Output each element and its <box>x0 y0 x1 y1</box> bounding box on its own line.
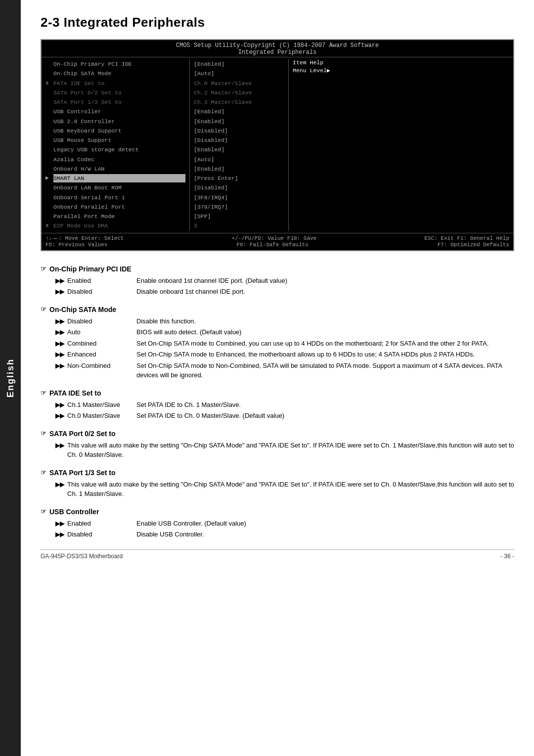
bios-row-label: Azalia Codec <box>53 155 185 164</box>
option-desc: Enable USB Controller. (Default value) <box>136 519 514 529</box>
section-heading: ☞SATA Port 1/3 Set to <box>41 469 514 477</box>
option-list: ▶▶DisabledDisable this function.▶▶AutoBI… <box>55 316 514 380</box>
bios-middle-row: [Enabled] <box>194 107 284 116</box>
option-desc: BIOS will auto detect. (Default value) <box>136 327 514 337</box>
bios-row-label: SATA Port 0/2 Set to <box>53 89 185 97</box>
section-heading-text: SATA Port 0/2 Set to <box>49 430 116 438</box>
bios-row-value: [Enabled] <box>194 117 224 126</box>
bios-row-label: On-Chip Primary PCI IDE <box>53 60 185 68</box>
section-heading: ☞USB Controller <box>41 508 514 516</box>
bios-middle-row: [3F8/IRQ4] <box>194 193 284 202</box>
sections-container: ☞On-Chip Primary PCI IDE▶▶EnabledEnable … <box>41 265 514 539</box>
option-bullet-icon: ▶▶ <box>55 317 64 326</box>
option-bullet-icon: ▶▶ <box>55 530 64 539</box>
section-heading: ☞On-Chip SATA Mode <box>41 306 514 313</box>
section-sata-port-0-2-set-to: ☞SATA Port 0/2 Set to▶▶This value will a… <box>41 430 514 460</box>
bios-left-row: Onboard LAN Boot ROM <box>45 183 185 192</box>
option-desc: Disable this function. <box>136 316 514 326</box>
bios-middle-row: [Auto] <box>194 155 284 164</box>
option-list: ▶▶This value will auto make by the setti… <box>55 441 514 460</box>
bios-left-row: Azalia Codec <box>45 155 185 164</box>
option-name: Disabled <box>67 316 136 326</box>
option-bullet-icon: ▶▶ <box>55 361 64 370</box>
bios-row-label: Parallel Port Mode <box>53 212 185 221</box>
option-desc: Disable onboard 1st channel IDE port. <box>136 287 514 297</box>
bios-footer-row: ↑↓→←: Move Enter: Select+/-/PU/PD: Value… <box>45 235 509 241</box>
bios-row-label: Onboard Parallel Port <box>53 203 185 211</box>
bios-left-row: Onboard Parallel Port <box>45 202 185 212</box>
option-desc: This value will auto make by the setting… <box>67 480 514 499</box>
bios-middle-row: [Enabled] <box>194 59 284 69</box>
option-desc: Set On-Chip SATA mode to Combined, you c… <box>136 339 514 349</box>
option-bullet-icon: ▶▶ <box>55 480 64 489</box>
bios-middle-row: [Enabled] <box>194 145 284 154</box>
bios-left-row: On-Chip Primary PCI IDE <box>45 59 185 69</box>
option-bullet-icon: ▶▶ <box>55 276 64 285</box>
bios-row-prefix: x <box>45 222 53 230</box>
footer-left: GA-945P-DS3/S3 Motherboard <box>41 553 123 560</box>
section-heading: ☞On-Chip Primary PCI IDE <box>41 265 514 273</box>
bios-row-value: [Auto] <box>194 155 214 164</box>
option-bullet-icon: ▶▶ <box>55 400 64 409</box>
bios-left-row: SATA Port 1/3 Set to <box>45 97 185 107</box>
option-name: Auto <box>67 327 136 337</box>
section-heading-text: SATA Port 1/3 Set to <box>49 469 116 477</box>
section-heading-text: On-Chip SATA Mode <box>49 306 116 313</box>
bios-left-row: Onboard H/W LAN <box>45 164 185 174</box>
option-desc: Set PATA IDE to Ch. 0 Master/Slave. (Def… <box>136 411 514 421</box>
bios-row-value: [Disabled] <box>194 136 228 144</box>
option-desc: Disable USB Controller. <box>136 530 514 539</box>
option-name: Disabled <box>67 530 136 539</box>
option-bullet-icon: ▶▶ <box>55 441 64 450</box>
option-row: ▶▶AutoBIOS will auto detect. (Default va… <box>55 327 514 337</box>
bios-row-value: 3 <box>194 222 197 230</box>
bios-help-value: Menu Level▶ <box>293 67 509 74</box>
main-content: 2-3 Integrated Peripherals CMOS Setup Ut… <box>21 0 534 579</box>
option-bullet-icon: ▶▶ <box>55 519 64 528</box>
bios-middle-row: Ch.3 Master/Slave <box>194 97 284 107</box>
bios-row-value: [378/IRQ7] <box>194 203 228 211</box>
bios-middle-column: [Enabled][Auto]Ch.0 Master/SlaveCh.2 Mas… <box>190 59 289 231</box>
section-arrow-icon: ☞ <box>41 389 46 397</box>
bios-left-row: Onboard Serial Port 1 <box>45 193 185 202</box>
option-row: ▶▶DisabledDisable onboard 1st channel ID… <box>55 287 514 297</box>
bios-row-value: Ch.3 Master/Slave <box>194 98 252 106</box>
option-desc: Set On-Chip SATA mode to Enhanced, the m… <box>136 350 514 359</box>
option-name: Enabled <box>67 276 136 286</box>
bios-header: CMOS Setup Utility-Copyright (C) 1984-20… <box>42 40 513 57</box>
bios-row-label: Onboard Serial Port 1 <box>53 193 185 202</box>
option-desc: Set On-Chip SATA mode to Non-Combined, S… <box>136 361 514 380</box>
bios-left-row: xECP Mode Use DMA <box>45 221 185 230</box>
sidebar: English <box>0 0 21 756</box>
section-heading-text: PATA IDE Set to <box>49 389 101 397</box>
bios-footer: ↑↓→←: Move Enter: Select+/-/PU/PD: Value… <box>42 233 513 250</box>
bios-row-prefix: ▶ <box>45 174 53 182</box>
section-arrow-icon: ☞ <box>41 306 46 313</box>
section-heading: ☞PATA IDE Set to <box>41 389 514 397</box>
bios-middle-row: Ch.2 Master/Slave <box>194 88 284 97</box>
bios-middle-row: [Disabled] <box>194 126 284 135</box>
bios-row-value: [Disabled] <box>194 183 228 192</box>
option-row: ▶▶DisabledDisable this function. <box>55 316 514 326</box>
bios-row-label: ECP Mode Use DMA <box>53 222 185 230</box>
bios-middle-row: Ch.0 Master/Slave <box>194 79 284 88</box>
section-on-chip-primary-pci-ide: ☞On-Chip Primary PCI IDE▶▶EnabledEnable … <box>41 265 514 297</box>
option-list: ▶▶This value will auto make by the setti… <box>55 480 514 499</box>
section-arrow-icon: ☞ <box>41 508 46 515</box>
bios-row-label: On-Chip SATA Mode <box>53 69 185 78</box>
bios-middle-row: [Press Enter] <box>194 174 284 183</box>
bios-row-value: Ch.2 Master/Slave <box>194 89 252 97</box>
option-row: ▶▶This value will auto make by the setti… <box>55 480 514 499</box>
option-list: ▶▶Ch.1 Master/SlaveSet PATA IDE to Ch. 1… <box>55 400 514 421</box>
option-row: ▶▶This value will auto make by the setti… <box>55 441 514 460</box>
bios-row-label: USB Mouse Support <box>53 136 185 144</box>
section-usb-controller: ☞USB Controller▶▶EnabledEnable USB Contr… <box>41 508 514 539</box>
option-row: ▶▶Ch.0 Master/SlaveSet PATA IDE to Ch. 0… <box>55 411 514 421</box>
bios-body: On-Chip Primary PCI IDE On-Chip SATA Mod… <box>42 57 513 233</box>
option-row: ▶▶CombinedSet On-Chip SATA mode to Combi… <box>55 339 514 349</box>
option-row: ▶▶DisabledDisable USB Controller. <box>55 530 514 539</box>
bios-left-row: ▶SMART LAN <box>45 174 185 183</box>
footer-bar: GA-945P-DS3/S3 Motherboard - 36 - <box>41 549 514 560</box>
bios-footer-row: F5: Previous ValuesF6: Fail-Safe Default… <box>45 242 509 248</box>
footer-left-text: F5: Previous Values <box>45 242 107 248</box>
